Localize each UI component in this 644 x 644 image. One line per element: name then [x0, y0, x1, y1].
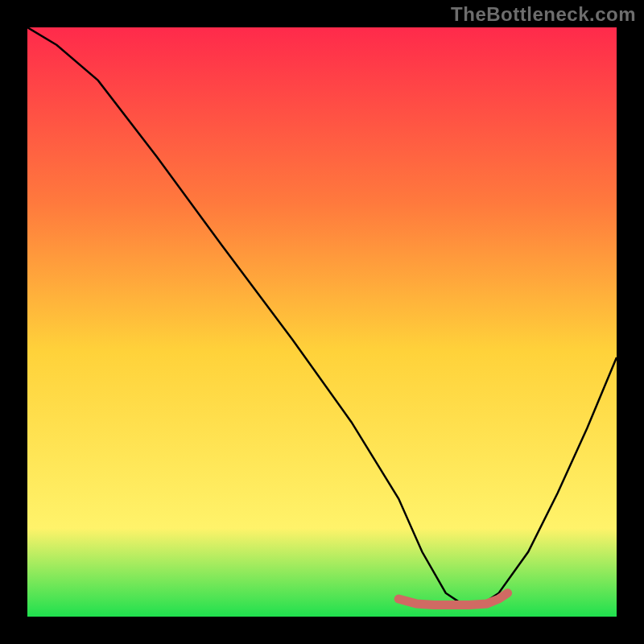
plot-area: [27, 27, 617, 617]
watermark-text: TheBottleneck.com: [451, 3, 636, 26]
gradient-background: [27, 27, 617, 617]
plot-svg: [27, 27, 617, 617]
chart-container: TheBottleneck.com: [0, 0, 644, 644]
